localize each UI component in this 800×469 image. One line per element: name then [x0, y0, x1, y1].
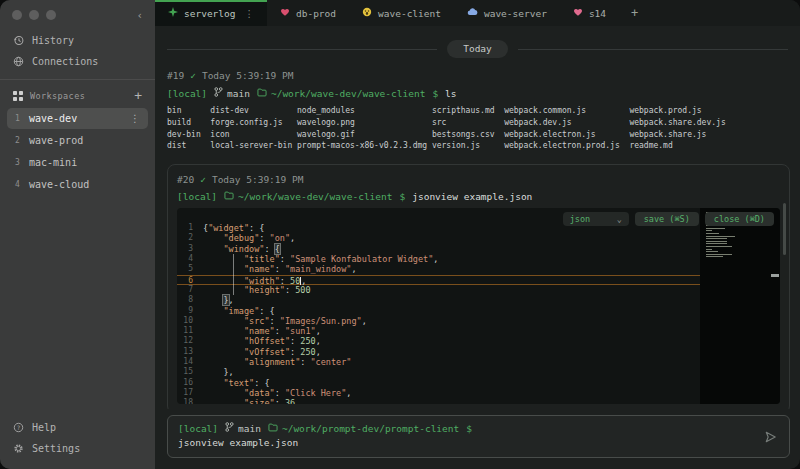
command-input-text[interactable]: jsonview example.json — [178, 437, 755, 448]
line-number: 15 — [177, 367, 203, 377]
line-content: "image": { — [203, 306, 275, 316]
minimap-line — [706, 251, 718, 252]
line-number: 6 — [177, 276, 203, 284]
minimap-line — [706, 243, 727, 244]
line-content: "vOffset": 250, — [203, 347, 321, 357]
editor-line-11: 11 "name": "sun1", — [177, 326, 700, 336]
tab-wave-server[interactable]: wave-server — [454, 0, 560, 26]
sidebar-spacer — [0, 196, 155, 417]
line-content: {"widget": { — [203, 223, 264, 233]
command-input-area: [local]main~/work/prompt-dev/prompt-clie… — [155, 409, 800, 469]
json-editor[interactable]: json ⌄ save (⌘S) close (⌘D) 1{"widget": … — [177, 208, 780, 404]
tab-serverlog[interactable]: serverlog⋮ — [155, 0, 267, 26]
sidebar-item-history[interactable]: History — [0, 30, 155, 51]
line-number: 2 — [177, 233, 203, 243]
workspace-item-wave-dev[interactable]: 1wave-dev⋮ — [7, 108, 148, 129]
code-area[interactable]: 1{"widget": {2 "debug": "on",3 "window":… — [177, 223, 700, 404]
line-content: }, — [203, 295, 234, 305]
workspace-item-mac-mini[interactable]: 3mac-mini — [7, 152, 148, 173]
workspaces-grid-icon — [13, 91, 23, 101]
add-workspace-button[interactable]: + — [134, 91, 142, 101]
block-header: #20 ✓ Today 5:39:19 PM — [177, 174, 780, 185]
sidebar-item-label: Help — [32, 422, 56, 433]
window-minimize-button[interactable] — [29, 10, 39, 20]
minimap-line — [706, 228, 725, 229]
heart-icon — [280, 7, 290, 19]
tab-bar: serverlog⋮db-prodwave-clientwave-servers… — [155, 0, 800, 26]
editor-minimap[interactable] — [700, 208, 770, 404]
success-check-icon: ✓ — [200, 174, 206, 185]
line-number: 3 — [177, 244, 203, 254]
command-block-20[interactable]: #20 ✓ Today 5:39:19 PM [local]~/work/wav… — [167, 164, 790, 409]
main-area: serverlog⋮db-prodwave-clientwave-servers… — [155, 0, 800, 469]
tab-wave-client[interactable]: wave-client — [349, 0, 454, 26]
block-scrollbar-thumb[interactable] — [783, 203, 786, 255]
prompt-cwd: ~/work/wave-dev/wave-client — [224, 191, 392, 202]
workspace-label: mac-mini — [29, 157, 77, 168]
line-number: 1 — [177, 223, 203, 233]
cloud-icon — [467, 7, 478, 19]
line-content: "size": 36, — [203, 398, 300, 404]
prompt-symbol: $ — [466, 423, 472, 434]
prompt-cwd: ~/work/prompt-dev/prompt-client — [268, 423, 459, 434]
editor-line-13: 13 "vOffset": 250, — [177, 347, 700, 357]
titlebar: ‹ — [0, 0, 155, 30]
sidebar-bottom: ? Help Settings — [0, 417, 155, 469]
tab-db-prod[interactable]: db-prod — [267, 0, 349, 26]
line-number: 16 — [177, 378, 203, 388]
new-tab-button[interactable]: + — [619, 0, 650, 26]
sparkle-icon — [168, 7, 178, 19]
editor-line-17: 17 "data": "Click Here", — [177, 388, 700, 398]
sidebar-item-connections[interactable]: Connections — [0, 51, 155, 72]
language-mode-select[interactable]: json ⌄ — [563, 212, 629, 226]
line-content: "window": { — [203, 244, 280, 254]
branch-name: main — [227, 88, 250, 99]
workspace-item-wave-prod[interactable]: 2wave-prod — [7, 130, 148, 151]
tab-menu-icon[interactable]: ⋮ — [244, 8, 254, 19]
separator-line — [167, 49, 437, 50]
workspace-label: wave-prod — [29, 135, 83, 146]
cwd-path: ~/work/prompt-dev/prompt-client — [282, 423, 459, 434]
line-content: "height": 500 — [203, 285, 311, 295]
minimap-line — [706, 236, 735, 237]
workspace-menu-icon[interactable]: ⋮ — [130, 113, 140, 124]
window-zoom-button[interactable] — [46, 10, 56, 20]
minimap-line — [706, 246, 732, 247]
minimap-line — [706, 233, 719, 234]
command-input-box[interactable]: [local]main~/work/prompt-dev/prompt-clie… — [167, 415, 790, 458]
tab-s14[interactable]: s14 — [560, 0, 619, 26]
line-number: 5 — [177, 264, 203, 274]
history-icon — [13, 35, 24, 46]
cwd-path: ~/work/wave-dev/wave-client — [238, 191, 392, 202]
sidebar-item-label: History — [32, 35, 74, 46]
workspace-number: 2 — [15, 136, 21, 145]
save-button[interactable]: save (⌘S) — [635, 212, 699, 226]
prompt-cwd: ~/work/wave-dev/wave-client — [257, 88, 425, 99]
prompt-command: jsonview example.json — [412, 191, 532, 202]
sidebar-collapse-icon[interactable]: ‹ — [136, 9, 143, 22]
prompt-line: [local]~/work/wave-dev/wave-client$jsonv… — [177, 191, 780, 202]
block-number: #20 — [177, 174, 194, 185]
workspace-item-wave-cloud[interactable]: 4wave-cloud — [7, 174, 148, 195]
branch-name: main — [238, 423, 261, 434]
editor-line-12: 12 "hOffset": 250, — [177, 336, 700, 346]
close-button[interactable]: close (⌘D) — [705, 212, 774, 226]
editor-scrollbar[interactable] — [770, 208, 780, 404]
line-number: 8 — [177, 295, 203, 305]
send-icon[interactable] — [763, 429, 778, 444]
minimap-line — [706, 230, 712, 231]
prompt-host: [local] — [167, 88, 207, 99]
editor-line-6: 6 "width": 50, — [177, 275, 700, 285]
help-icon: ? — [13, 422, 24, 433]
terminal-scrollback[interactable]: Today #19 ✓ Today 5:39:19 PM [local]main… — [155, 26, 800, 409]
connections-icon — [13, 56, 24, 67]
folder-icon — [224, 191, 234, 202]
sidebar-item-settings[interactable]: Settings — [0, 438, 155, 459]
sidebar-item-help[interactable]: ? Help — [0, 417, 155, 438]
minimap-line — [706, 249, 712, 250]
window-close-button[interactable] — [12, 10, 22, 20]
prompt-line: [local]main~/work/wave-dev/wave-client$l… — [167, 87, 792, 99]
tab-label: serverlog — [184, 8, 235, 19]
line-content: "width": 50, — [203, 276, 306, 284]
block-number: #19 — [167, 70, 184, 81]
